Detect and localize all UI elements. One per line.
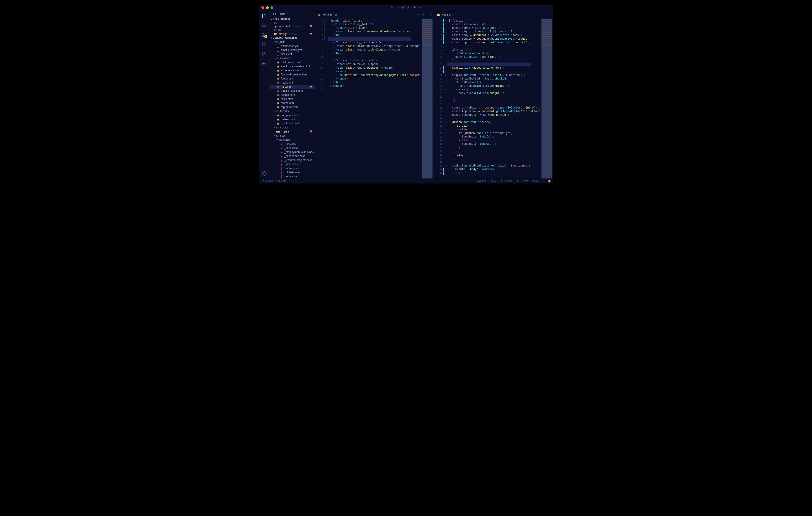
- docker-icon[interactable]: [261, 61, 267, 66]
- open-editor-item[interactable]: JSmain.js_scriptsM: [270, 32, 315, 36]
- file-item[interactable]: §_employment-status.sc…: [270, 150, 315, 154]
- source-control-icon[interactable]: 2: [261, 32, 267, 38]
- editor-actions-right: ⋯: [549, 13, 553, 17]
- file-item[interactable]: §_404.scss: [270, 142, 315, 146]
- settings-gear-icon[interactable]: [261, 171, 267, 176]
- tab-label: main.js: [442, 13, 451, 17]
- search-icon[interactable]: [261, 23, 267, 28]
- file-item[interactable]: §_featured-projects.scss: [270, 158, 315, 162]
- more-actions-icon[interactable]: ⋯: [430, 13, 432, 17]
- file-item[interactable]: ◉other-projects.html: [270, 89, 315, 93]
- close-tab-icon[interactable]: ✕: [453, 13, 455, 17]
- file-item[interactable]: ◉employment-status.html: [270, 64, 315, 68]
- file-item[interactable]: §_globals.scss: [270, 170, 315, 175]
- open-editor-item[interactable]: ◉intro.html_includesM: [270, 25, 315, 29]
- encoding[interactable]: UTF-8: [505, 180, 512, 183]
- more-actions-icon[interactable]: ⋯: [549, 13, 551, 17]
- file-item[interactable]: { }experience.yml: [270, 44, 315, 48]
- tab-label: intro.html: [322, 13, 333, 17]
- project-header[interactable]: ▾ BCHIANG7.GITHUB.IO: [270, 36, 315, 40]
- minimap-right[interactable]: [540, 19, 553, 179]
- branch-indicator[interactable]: ⎇ master*: [261, 180, 273, 183]
- svg-rect-12: [262, 54, 264, 56]
- problems-indicator[interactable]: ⊘ 0 ⚠ 0: [277, 180, 286, 183]
- svg-point-3: [262, 36, 263, 37]
- file-item[interactable]: { }other-projects.yml: [270, 48, 315, 52]
- eol[interactable]: LF: [516, 180, 519, 183]
- close-tab-icon[interactable]: ✕: [335, 13, 337, 17]
- window-title: bchiang7.github.io: [391, 6, 421, 9]
- svg-point-0: [262, 24, 265, 27]
- debug-icon[interactable]: [261, 42, 267, 47]
- file-item[interactable]: ◉compress.html: [270, 113, 315, 117]
- vscode-window: bchiang7.github.io 2: [259, 4, 553, 183]
- html-file-icon: ◉: [318, 13, 320, 17]
- file-item[interactable]: §_footer.scss: [270, 166, 315, 170]
- file-item[interactable]: ◉default.html: [270, 117, 315, 121]
- tab-intro-html[interactable]: ◉ intro.html ✕: [315, 11, 340, 19]
- status-bar: ⎇ master* ⊘ 0 ⚠ 0 Ln 6, Col 1 Spaces: 2 …: [259, 179, 553, 183]
- split-editor-icon[interactable]: ◫: [426, 13, 428, 17]
- minimize-window-button[interactable]: [266, 6, 269, 9]
- open-editors-left-label: LEFT: [270, 21, 315, 25]
- svg-point-4: [262, 33, 263, 34]
- folder-item[interactable]: ▾ 🗀_includes: [270, 56, 315, 60]
- indentation[interactable]: Spaces: 2: [491, 180, 502, 183]
- svg-line-8: [262, 43, 262, 43]
- sidebar-title: EXPLORER: [270, 11, 315, 17]
- close-window-button[interactable]: [261, 6, 264, 9]
- svg-rect-10: [262, 52, 264, 54]
- file-item[interactable]: ◉experience.html: [270, 68, 315, 72]
- file-item[interactable]: §_intro.scss: [270, 175, 315, 179]
- file-item[interactable]: { }skills.yml: [270, 52, 315, 56]
- notifications-icon[interactable]: 🔔: [548, 180, 551, 183]
- code-editor-right[interactable]: 1234567891011121314151617181920212223242…: [434, 19, 553, 179]
- language-mode[interactable]: HTML: [522, 180, 528, 183]
- caret-down-icon: ▾: [271, 37, 272, 39]
- linter-status[interactable]: ESLint: [531, 180, 539, 183]
- editor-group: ◉ intro.html ✕ ◈ ⧉ ◫ ⋯ 12345678910111213…: [315, 11, 553, 179]
- color-theme-icon[interactable]: ◈: [418, 13, 419, 17]
- caret-down-icon: ▾: [271, 18, 272, 20]
- editor-actions-left: ◈ ⧉ ◫ ⋯: [418, 13, 434, 17]
- extensions-icon[interactable]: [261, 51, 267, 57]
- file-item[interactable]: ◉skills.html: [270, 97, 315, 101]
- folder-item[interactable]: ▾ 🗀_data: [270, 40, 315, 44]
- explorer-icon[interactable]: [261, 13, 267, 19]
- editor-pane-right: JS main.js ✕ ⋯ 1234567891011121314151617…: [434, 11, 553, 179]
- feedback-icon[interactable]: ☺: [542, 180, 545, 183]
- code-editor-left[interactable]: 1234567891011121314151617181920 ⊟⊟⊟⊟⊟ <h…: [315, 19, 434, 179]
- cursor-position[interactable]: Ln 6, Col 1: [476, 180, 488, 183]
- open-editors-header[interactable]: ▾ OPEN EDITORS: [270, 17, 315, 21]
- tab-bar-left: ◉ intro.html ✕ ◈ ⧉ ◫ ⋯: [315, 11, 434, 19]
- diff-view-icon[interactable]: ⧉: [422, 13, 424, 17]
- file-item[interactable]: §_experience.scss: [270, 154, 315, 158]
- svg-point-2: [265, 33, 266, 34]
- file-item[interactable]: ◉scripts.html: [270, 93, 315, 97]
- file-item[interactable]: ◉switch.html: [270, 101, 315, 105]
- file-item[interactable]: ◉top-button.html: [270, 105, 315, 109]
- folder-item[interactable]: ▾ 🗀_scss: [270, 134, 315, 138]
- file-item[interactable]: ◉background.html: [270, 60, 315, 64]
- file-item[interactable]: JSmain.jsM: [270, 129, 315, 134]
- scm-badge: 2: [264, 35, 267, 38]
- file-item[interactable]: ◉head.html: [270, 81, 315, 85]
- svg-point-6: [264, 44, 264, 44]
- file-item[interactable]: ◉intro.htmlM: [270, 85, 315, 89]
- window-controls: [261, 6, 273, 9]
- folder-item[interactable]: ▾ 🗀_scripts: [270, 125, 315, 129]
- file-item[interactable]: ◉not_found.html: [270, 121, 315, 125]
- file-item[interactable]: §_base.scss: [270, 146, 315, 150]
- tab-main-js[interactable]: JS main.js ✕: [434, 11, 458, 19]
- file-item[interactable]: §_fonts.scss: [270, 162, 315, 166]
- folder-item[interactable]: ▾ 🗀_layouts: [270, 109, 315, 113]
- file-item[interactable]: ◉footer.html: [270, 77, 315, 81]
- file-item[interactable]: ◉featured-projects.html: [270, 72, 315, 77]
- maximize-window-button[interactable]: [270, 6, 273, 9]
- svg-line-1: [265, 26, 266, 27]
- folder-item[interactable]: ▾ 🗀partials: [270, 138, 315, 142]
- open-editors-right-label: RIGHT: [270, 29, 315, 32]
- minimap-left[interactable]: [420, 19, 434, 179]
- activity-bar: 2: [259, 11, 270, 179]
- tab-bar-right: JS main.js ✕ ⋯: [434, 11, 553, 19]
